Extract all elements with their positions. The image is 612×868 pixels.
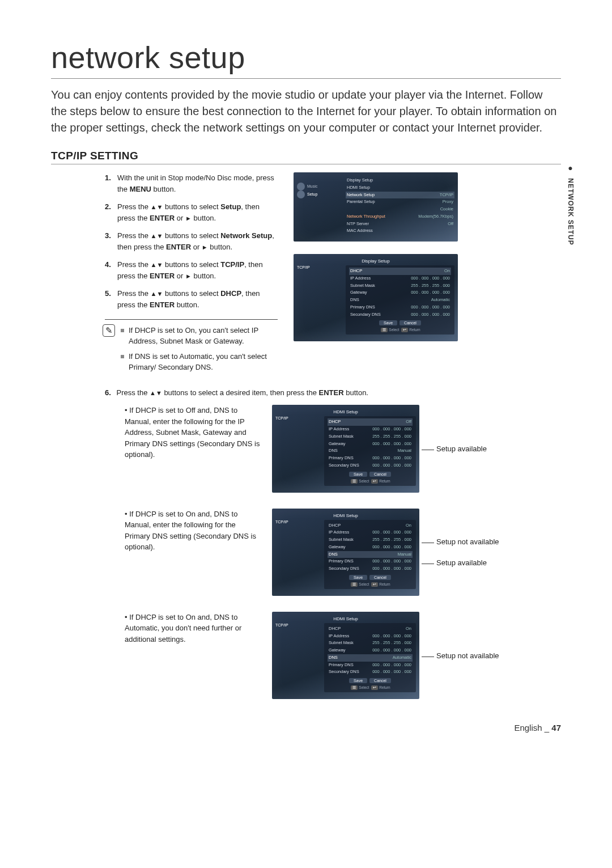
osd-screenshot-dhcp-on-auto: HDMI Setup TCP/IP DHCPOn IP Address000 .…	[272, 612, 419, 699]
updown-icon: ▲▼	[151, 290, 163, 297]
callout-label: Setup not available	[423, 537, 502, 546]
step-5: Press the ▲▼ buttons to select DHCP, the…	[105, 288, 278, 310]
step-1: With the unit in Stop mode/No Disc mode,…	[105, 172, 278, 194]
bullet-icon: ●	[568, 163, 573, 172]
updown-icon: ▲▼	[151, 261, 163, 268]
step-6: 6. Press the ▲▼ buttons to select a desi…	[51, 388, 561, 397]
note-item: If DNS is set to Automatic, you can't se…	[121, 352, 278, 373]
updown-icon: ▲▼	[151, 232, 163, 239]
scenario-text: If DHCP is set to On and, DNS to Automat…	[125, 612, 261, 645]
scenario-text: If DHCP is set to Off and, DNS to Manual…	[125, 405, 261, 460]
page-number: 47	[551, 723, 561, 732]
right-icon: ►	[185, 215, 192, 222]
side-tab: ● NETWORK SETUP	[567, 163, 575, 245]
page-footer: English _ 47	[51, 723, 561, 732]
updown-icon: ▲▼	[151, 204, 163, 210]
section-heading: TCP/IP SETTING	[51, 150, 561, 164]
right-icon: ►	[202, 244, 208, 251]
footer-lang: English	[514, 723, 542, 732]
intro-paragraph: You can enjoy contents provided by the m…	[51, 87, 561, 136]
callout-label: Setup available	[423, 444, 502, 453]
page-title: network setup	[51, 40, 561, 79]
side-tab-label: NETWORK SETUP	[567, 178, 575, 245]
note-icon: ✎	[103, 324, 115, 337]
step-2: Press the ▲▼ buttons to select Setup, th…	[105, 201, 278, 223]
callout-label: Setup not available	[423, 651, 502, 660]
note-block: ✎ If DHCP is set to On, you can't select…	[105, 319, 278, 372]
right-icon: ►	[185, 273, 192, 280]
osd-screenshot-tcpip: Display Setup TCP/IP DHCPOn IP Address00…	[294, 254, 458, 341]
osd-screenshot-dhcp-off: HDMI Setup TCP/IP DHCPOff IP Address000 …	[272, 405, 419, 492]
scenario-text: If DHCP is set to On and, DNS to Manual,…	[125, 509, 261, 553]
step-4: Press the ▲▼ buttons to select TCP/IP, t…	[105, 259, 278, 281]
footer-sep: _	[545, 723, 549, 732]
callout-label: Setup available	[423, 558, 502, 567]
osd-screenshot-dhcp-on-manual: HDMI Setup TCP/IP DHCPOn IP Address000 .…	[272, 509, 419, 596]
osd-screenshot-menu: Music Setup Display Setup HDMI Setup Net…	[294, 172, 458, 242]
updown-icon: ▲▼	[150, 389, 162, 396]
steps-list: With the unit in Stop mode/No Disc mode,…	[105, 172, 278, 310]
step-3: Press the ▲▼ buttons to select Network S…	[105, 230, 278, 252]
note-item: If DHCP is set to On, you can't select I…	[121, 325, 278, 347]
